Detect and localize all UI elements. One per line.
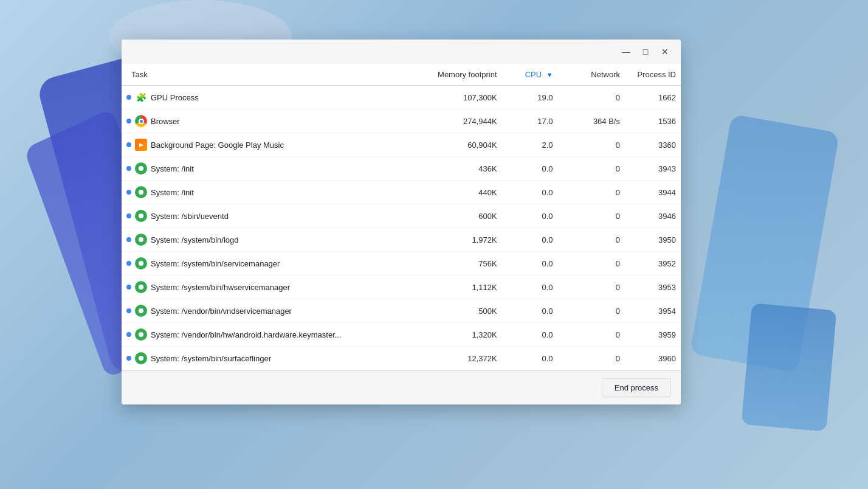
- table-row[interactable]: System: /system/bin/surfaceflinger12,372…: [122, 347, 681, 370]
- status-dot: [126, 166, 131, 171]
- table-row[interactable]: System: /system/bin/logd1,972K0.003950: [122, 228, 681, 252]
- memory-cell: 1,320K: [429, 323, 502, 347]
- network-cell: 0: [558, 323, 625, 347]
- cpu-cell: 0.0: [502, 299, 558, 323]
- table-row[interactable]: System: /sbin/ueventd600K0.003946: [122, 204, 681, 228]
- table-row[interactable]: System: /system/bin/hwservicemanager1,11…: [122, 276, 681, 299]
- network-cell: 0: [558, 228, 625, 252]
- task-name: GPU Process: [151, 93, 199, 102]
- memory-cell: 107,300K: [429, 86, 502, 109]
- system-icon: [135, 305, 147, 317]
- pid-cell: 3360: [625, 133, 681, 157]
- table-body: 🧩GPU Process107,300K19.001662Browser274,…: [122, 86, 681, 370]
- pid-cell: 3946: [625, 204, 681, 228]
- status-dot: [126, 95, 131, 100]
- table-row[interactable]: System: /init436K0.003943: [122, 157, 681, 181]
- memory-cell: 756K: [429, 252, 502, 276]
- maximize-button[interactable]: □: [637, 43, 654, 60]
- task-cell: Background Page: Google Play Music: [122, 133, 429, 157]
- status-dot: [126, 119, 131, 123]
- table-header-row: Task Memory footprint CPU ▼ Network Proc…: [122, 64, 681, 86]
- status-dot: [126, 190, 131, 195]
- network-cell: 0: [558, 86, 625, 109]
- task-cell: System: /system/bin/surfaceflinger: [122, 347, 429, 370]
- system-icon: [135, 257, 147, 269]
- pid-cell: 1536: [625, 109, 681, 133]
- puzzle-icon: 🧩: [135, 91, 147, 103]
- pid-cell: 1662: [625, 86, 681, 109]
- network-cell: 0: [558, 133, 625, 157]
- memory-cell: 1,972K: [429, 228, 502, 252]
- network-cell: 0: [558, 299, 625, 323]
- network-cell: 0: [558, 252, 625, 276]
- close-icon: ✕: [661, 47, 669, 57]
- pid-cell: 3954: [625, 299, 681, 323]
- status-dot: [126, 332, 131, 337]
- network-cell: 0: [558, 157, 625, 181]
- table-row[interactable]: System: /init440K0.003944: [122, 181, 681, 204]
- col-header-memory[interactable]: Memory footprint: [429, 64, 502, 86]
- table-row[interactable]: System: /system/bin/servicemanager756K0.…: [122, 252, 681, 276]
- cpu-cell: 0.0: [502, 181, 558, 204]
- end-process-button[interactable]: End process: [602, 378, 671, 397]
- col-header-network[interactable]: Network: [558, 64, 625, 86]
- system-icon: [135, 186, 147, 198]
- table-row[interactable]: 🧩GPU Process107,300K19.001662: [122, 86, 681, 109]
- maximize-icon: □: [643, 47, 648, 57]
- task-name: System: /system/bin/surfaceflinger: [151, 354, 271, 363]
- memory-cell: 1,112K: [429, 276, 502, 299]
- status-dot: [126, 261, 131, 266]
- task-name: System: /sbin/ueventd: [151, 212, 229, 221]
- pid-cell: 3943: [625, 157, 681, 181]
- task-name: System: /init: [151, 188, 194, 197]
- process-table-container: Task Memory footprint CPU ▼ Network Proc…: [122, 64, 681, 370]
- minimize-icon: —: [622, 47, 630, 57]
- cpu-cell: 2.0: [502, 133, 558, 157]
- chrome-icon: [135, 115, 147, 127]
- status-dot: [126, 285, 131, 290]
- cpu-cell: 0.0: [502, 252, 558, 276]
- task-cell: 🧩GPU Process: [122, 86, 429, 109]
- memory-cell: 60,904K: [429, 133, 502, 157]
- pid-cell: 3950: [625, 228, 681, 252]
- cpu-cell: 0.0: [502, 323, 558, 347]
- system-icon: [135, 210, 147, 222]
- system-icon: [135, 352, 147, 364]
- memory-cell: 600K: [429, 204, 502, 228]
- cpu-cell: 0.0: [502, 347, 558, 370]
- process-table: Task Memory footprint CPU ▼ Network Proc…: [122, 64, 681, 370]
- task-cell: System: /init: [122, 157, 429, 181]
- task-name: System: /system/bin/servicemanager: [151, 259, 280, 268]
- minimize-button[interactable]: —: [618, 43, 635, 60]
- task-cell: System: /system/bin/servicemanager: [122, 252, 429, 276]
- network-cell: 0: [558, 204, 625, 228]
- title-bar: — □ ✕: [122, 40, 681, 64]
- table-row[interactable]: Browser274,944K17.0364 B/s1536: [122, 109, 681, 133]
- col-header-pid[interactable]: Process ID: [625, 64, 681, 86]
- cpu-cell: 17.0: [502, 109, 558, 133]
- task-name: System: /init: [151, 164, 194, 173]
- close-button[interactable]: ✕: [656, 43, 673, 60]
- task-cell: System: /vendor/bin/hw/android.hardware.…: [122, 323, 429, 347]
- task-name: System: /system/bin/hwservicemanager: [151, 283, 290, 292]
- network-cell: 0: [558, 181, 625, 204]
- window-controls: — □ ✕: [618, 43, 673, 60]
- col-header-cpu[interactable]: CPU ▼: [502, 64, 558, 86]
- task-cell: System: /vendor/bin/vndservicemanager: [122, 299, 429, 323]
- table-row[interactable]: System: /vendor/bin/vndservicemanager500…: [122, 299, 681, 323]
- task-cell: System: /sbin/ueventd: [122, 204, 429, 228]
- status-dot: [126, 356, 131, 361]
- table-row[interactable]: Background Page: Google Play Music60,904…: [122, 133, 681, 157]
- status-dot: [126, 237, 131, 242]
- memory-cell: 500K: [429, 299, 502, 323]
- task-cell: System: /system/bin/logd: [122, 228, 429, 252]
- network-cell: 0: [558, 276, 625, 299]
- task-cell: System: /init: [122, 181, 429, 204]
- table-row[interactable]: System: /vendor/bin/hw/android.hardware.…: [122, 323, 681, 347]
- bg-shape-right2: [742, 303, 837, 431]
- pid-cell: 3953: [625, 276, 681, 299]
- task-name: System: /vendor/bin/vndservicemanager: [151, 307, 292, 316]
- col-header-task[interactable]: Task: [122, 64, 429, 86]
- pid-cell: 3959: [625, 323, 681, 347]
- task-name: System: /vendor/bin/hw/android.hardware.…: [151, 330, 342, 339]
